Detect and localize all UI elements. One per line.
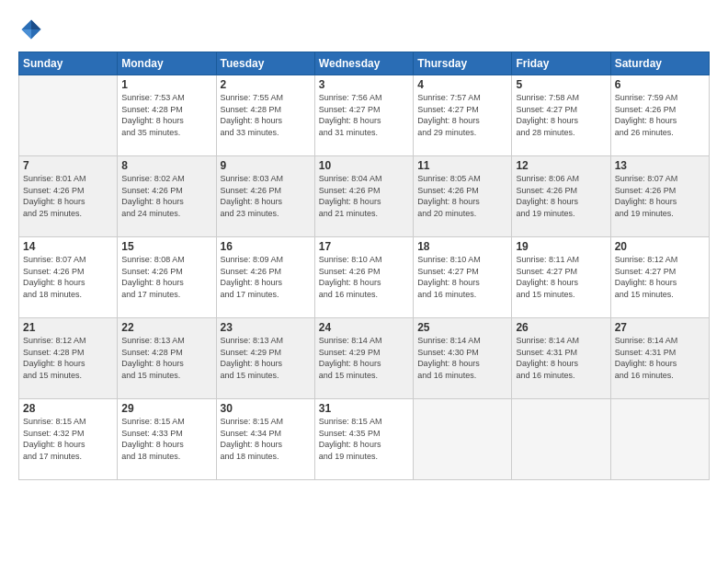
day-info: Sunrise: 8:12 AM Sunset: 4:28 PM Dayligh… <box>23 335 113 381</box>
day-info: Sunrise: 8:05 AM Sunset: 4:26 PM Dayligh… <box>417 173 507 219</box>
calendar-cell <box>19 75 118 156</box>
day-number: 23 <box>221 321 311 334</box>
calendar-cell: 19Sunrise: 8:11 AM Sunset: 4:27 PM Dayli… <box>512 237 610 318</box>
day-info: Sunrise: 8:09 AM Sunset: 4:26 PM Dayligh… <box>221 254 311 300</box>
calendar-cell: 20Sunrise: 8:12 AM Sunset: 4:27 PM Dayli… <box>610 237 709 318</box>
svg-marker-2 <box>22 29 32 40</box>
day-number: 31 <box>319 402 409 415</box>
day-info: Sunrise: 8:07 AM Sunset: 4:26 PM Dayligh… <box>615 173 705 219</box>
calendar-cell <box>610 399 709 480</box>
calendar-cell: 3Sunrise: 7:56 AM Sunset: 4:27 PM Daylig… <box>314 75 413 156</box>
day-info: Sunrise: 8:03 AM Sunset: 4:26 PM Dayligh… <box>221 173 311 219</box>
day-info: Sunrise: 8:11 AM Sunset: 4:27 PM Dayligh… <box>516 254 606 300</box>
calendar-cell: 9Sunrise: 8:03 AM Sunset: 4:26 PM Daylig… <box>216 156 314 237</box>
day-info: Sunrise: 8:14 AM Sunset: 4:31 PM Dayligh… <box>615 335 705 381</box>
day-number: 25 <box>417 321 507 334</box>
day-info: Sunrise: 8:15 AM Sunset: 4:34 PM Dayligh… <box>221 416 311 462</box>
calendar-cell: 11Sunrise: 8:05 AM Sunset: 4:26 PM Dayli… <box>414 156 512 237</box>
calendar-cell: 18Sunrise: 8:10 AM Sunset: 4:27 PM Dayli… <box>414 237 512 318</box>
page: SundayMondayTuesdayWednesdayThursdayFrid… <box>0 0 728 563</box>
day-number: 28 <box>23 402 113 415</box>
day-info: Sunrise: 7:59 AM Sunset: 4:26 PM Dayligh… <box>615 92 705 138</box>
day-number: 8 <box>121 159 211 172</box>
header-day-saturday: Saturday <box>610 52 709 75</box>
calendar-week-2: 7Sunrise: 8:01 AM Sunset: 4:26 PM Daylig… <box>19 156 710 237</box>
day-number: 29 <box>121 402 211 415</box>
calendar-week-4: 21Sunrise: 8:12 AM Sunset: 4:28 PM Dayli… <box>19 318 710 399</box>
day-number: 20 <box>615 240 705 253</box>
day-info: Sunrise: 8:15 AM Sunset: 4:32 PM Dayligh… <box>23 416 113 462</box>
day-number: 17 <box>319 240 409 253</box>
calendar-cell: 15Sunrise: 8:08 AM Sunset: 4:26 PM Dayli… <box>118 237 216 318</box>
calendar-cell: 22Sunrise: 8:13 AM Sunset: 4:28 PM Dayli… <box>118 318 216 399</box>
calendar-cell: 31Sunrise: 8:15 AM Sunset: 4:35 PM Dayli… <box>314 399 413 480</box>
calendar-cell: 28Sunrise: 8:15 AM Sunset: 4:32 PM Dayli… <box>19 399 118 480</box>
day-info: Sunrise: 8:14 AM Sunset: 4:29 PM Dayligh… <box>319 335 409 381</box>
logo <box>18 17 48 42</box>
day-number: 22 <box>121 321 211 334</box>
day-info: Sunrise: 7:55 AM Sunset: 4:28 PM Dayligh… <box>221 92 311 138</box>
day-info: Sunrise: 8:10 AM Sunset: 4:26 PM Dayligh… <box>319 254 409 300</box>
day-info: Sunrise: 8:14 AM Sunset: 4:30 PM Dayligh… <box>417 335 507 381</box>
calendar-cell: 30Sunrise: 8:15 AM Sunset: 4:34 PM Dayli… <box>216 399 314 480</box>
day-number: 3 <box>319 78 409 91</box>
day-number: 7 <box>23 159 113 172</box>
calendar-cell: 29Sunrise: 8:15 AM Sunset: 4:33 PM Dayli… <box>118 399 216 480</box>
calendar-cell: 7Sunrise: 8:01 AM Sunset: 4:26 PM Daylig… <box>19 156 118 237</box>
day-info: Sunrise: 8:15 AM Sunset: 4:35 PM Dayligh… <box>319 416 409 462</box>
header-day-friday: Friday <box>512 52 610 75</box>
header-day-monday: Monday <box>118 52 216 75</box>
calendar-cell: 14Sunrise: 8:07 AM Sunset: 4:26 PM Dayli… <box>19 237 118 318</box>
day-number: 24 <box>319 321 409 334</box>
day-info: Sunrise: 8:13 AM Sunset: 4:28 PM Dayligh… <box>121 335 211 381</box>
day-info: Sunrise: 8:15 AM Sunset: 4:33 PM Dayligh… <box>121 416 211 462</box>
calendar-cell: 17Sunrise: 8:10 AM Sunset: 4:26 PM Dayli… <box>314 237 413 318</box>
logo-icon <box>18 17 44 42</box>
day-info: Sunrise: 8:06 AM Sunset: 4:26 PM Dayligh… <box>516 173 606 219</box>
day-number: 5 <box>516 78 606 91</box>
day-info: Sunrise: 8:07 AM Sunset: 4:26 PM Dayligh… <box>23 254 113 300</box>
calendar-cell: 26Sunrise: 8:14 AM Sunset: 4:31 PM Dayli… <box>512 318 610 399</box>
calendar-cell: 8Sunrise: 8:02 AM Sunset: 4:26 PM Daylig… <box>118 156 216 237</box>
calendar-table: SundayMondayTuesdayWednesdayThursdayFrid… <box>18 52 710 480</box>
calendar-cell: 25Sunrise: 8:14 AM Sunset: 4:30 PM Dayli… <box>414 318 512 399</box>
calendar-week-1: 1Sunrise: 7:53 AM Sunset: 4:28 PM Daylig… <box>19 75 710 156</box>
day-info: Sunrise: 7:58 AM Sunset: 4:27 PM Dayligh… <box>516 92 606 138</box>
calendar-cell <box>512 399 610 480</box>
day-number: 2 <box>221 78 311 91</box>
day-info: Sunrise: 8:08 AM Sunset: 4:26 PM Dayligh… <box>121 254 211 300</box>
day-number: 30 <box>221 402 311 415</box>
calendar-cell: 2Sunrise: 7:55 AM Sunset: 4:28 PM Daylig… <box>216 75 314 156</box>
day-number: 21 <box>23 321 113 334</box>
day-info: Sunrise: 8:13 AM Sunset: 4:29 PM Dayligh… <box>221 335 311 381</box>
day-info: Sunrise: 8:10 AM Sunset: 4:27 PM Dayligh… <box>417 254 507 300</box>
day-number: 12 <box>516 159 606 172</box>
header <box>18 17 710 42</box>
calendar-cell: 12Sunrise: 8:06 AM Sunset: 4:26 PM Dayli… <box>512 156 610 237</box>
calendar-cell: 13Sunrise: 8:07 AM Sunset: 4:26 PM Dayli… <box>610 156 709 237</box>
day-info: Sunrise: 8:01 AM Sunset: 4:26 PM Dayligh… <box>23 173 113 219</box>
day-info: Sunrise: 7:53 AM Sunset: 4:28 PM Dayligh… <box>121 92 211 138</box>
header-day-thursday: Thursday <box>414 52 512 75</box>
day-number: 16 <box>221 240 311 253</box>
day-info: Sunrise: 8:02 AM Sunset: 4:26 PM Dayligh… <box>121 173 211 219</box>
day-info: Sunrise: 7:57 AM Sunset: 4:27 PM Dayligh… <box>417 92 507 138</box>
day-number: 13 <box>615 159 705 172</box>
header-day-wednesday: Wednesday <box>314 52 413 75</box>
calendar-cell: 21Sunrise: 8:12 AM Sunset: 4:28 PM Dayli… <box>19 318 118 399</box>
day-number: 11 <box>417 159 507 172</box>
calendar-cell: 6Sunrise: 7:59 AM Sunset: 4:26 PM Daylig… <box>610 75 709 156</box>
header-row: SundayMondayTuesdayWednesdayThursdayFrid… <box>19 52 710 75</box>
day-number: 10 <box>319 159 409 172</box>
calendar-cell: 5Sunrise: 7:58 AM Sunset: 4:27 PM Daylig… <box>512 75 610 156</box>
day-number: 26 <box>516 321 606 334</box>
day-number: 4 <box>417 78 507 91</box>
calendar-cell: 23Sunrise: 8:13 AM Sunset: 4:29 PM Dayli… <box>216 318 314 399</box>
calendar-week-5: 28Sunrise: 8:15 AM Sunset: 4:32 PM Dayli… <box>19 399 710 480</box>
calendar-cell: 24Sunrise: 8:14 AM Sunset: 4:29 PM Dayli… <box>314 318 413 399</box>
day-info: Sunrise: 8:14 AM Sunset: 4:31 PM Dayligh… <box>516 335 606 381</box>
day-number: 1 <box>121 78 211 91</box>
calendar-cell: 4Sunrise: 7:57 AM Sunset: 4:27 PM Daylig… <box>414 75 512 156</box>
day-info: Sunrise: 8:04 AM Sunset: 4:26 PM Dayligh… <box>319 173 409 219</box>
calendar-cell: 1Sunrise: 7:53 AM Sunset: 4:28 PM Daylig… <box>118 75 216 156</box>
